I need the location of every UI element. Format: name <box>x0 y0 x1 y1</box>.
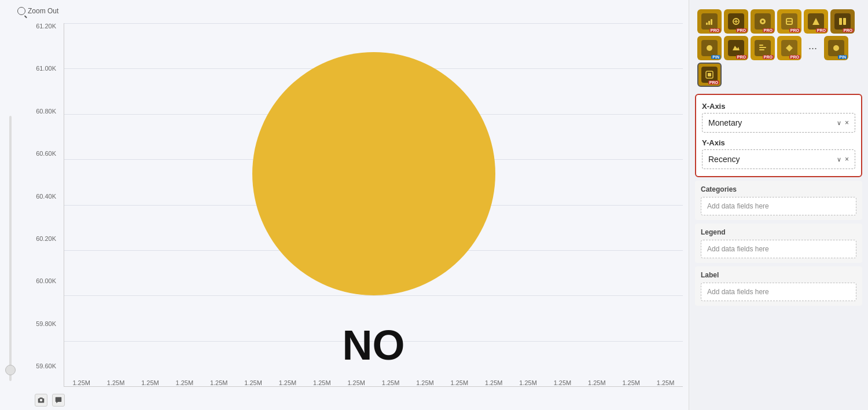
legend-section: Legend Add data fields here <box>695 224 862 263</box>
x-label-11: 1.25M <box>451 379 469 386</box>
y-axis-value: Recency <box>708 155 740 164</box>
x-label-8: 1.25M <box>347 379 365 386</box>
app-icon-7[interactable]: PIN <box>697 36 722 60</box>
y-axis-clear-icon[interactable]: × <box>845 155 849 163</box>
x-label-6: 1.25M <box>279 379 297 386</box>
y-label-5: 60.20K <box>29 236 56 242</box>
x-label-7: 1.25M <box>313 379 331 386</box>
label-placeholder: Add data fields here <box>707 288 769 296</box>
app-icon-3[interactable]: PRO <box>751 9 775 34</box>
vertical-slider[interactable] <box>5 116 16 381</box>
x-label-4: 1.25M <box>210 379 228 386</box>
bubble-label: NO <box>343 321 405 369</box>
grid-line-0 <box>64 23 683 24</box>
app-icon-5[interactable]: PRO <box>804 9 828 34</box>
svg-point-9 <box>707 45 712 51</box>
app-icon-8[interactable]: PRO <box>724 36 748 60</box>
x-label-0: 1.25M <box>72 379 90 386</box>
more-apps-button[interactable]: ··· <box>804 36 822 60</box>
x-axis-dropdown[interactable]: Monetary ∨ × <box>702 113 855 133</box>
y-axis-dropdown[interactable]: Recency ∨ × <box>702 149 855 169</box>
y-axis-label: Y-Axis <box>702 138 855 147</box>
y-label-0: 61.20K <box>29 23 56 30</box>
svg-rect-10 <box>759 47 766 48</box>
plot-area: NO 1.25M 1.25M 1.25M 1.25M 1.25M 1.25M 1… <box>64 23 683 387</box>
label-drop-zone[interactable]: Add data fields here <box>701 283 856 301</box>
x-axis: 1.25M 1.25M 1.25M 1.25M 1.25M 1.25M 1.25… <box>64 379 683 386</box>
y-axis-chevron-icon[interactable]: ∨ <box>837 156 841 163</box>
y-label-2: 60.80K <box>29 108 56 115</box>
svg-rect-0 <box>706 23 708 25</box>
svg-rect-7 <box>839 18 842 25</box>
y-axis: 61.20K 61.00K 60.80K 60.60K 60.40K 60.20… <box>29 23 61 369</box>
x-label-2: 1.25M <box>141 379 159 386</box>
grid-line-6 <box>64 295 683 296</box>
legend-placeholder: Add data fields here <box>707 245 769 253</box>
comment-icon[interactable] <box>52 394 65 407</box>
x-axis-value: Monetary <box>708 118 742 127</box>
categories-label: Categories <box>701 185 856 193</box>
x-label-1: 1.25M <box>107 379 125 386</box>
x-label-13: 1.25M <box>519 379 537 386</box>
y-label-4: 60.40K <box>29 193 56 200</box>
zoom-out-button[interactable]: Zoom Out <box>17 7 58 15</box>
zoom-icon <box>17 7 25 15</box>
x-label-15: 1.25M <box>588 379 606 386</box>
x-axis-chevron-icon[interactable]: ∨ <box>837 119 841 127</box>
app-icon-9[interactable]: PRO <box>751 36 775 60</box>
y-label-1: 61.00K <box>29 65 56 72</box>
app-icon-4[interactable]: PRO <box>777 9 801 34</box>
x-axis-section: X-Axis Monetary ∨ × <box>702 102 855 133</box>
camera-icon[interactable] <box>35 394 47 407</box>
x-label-16: 1.25M <box>622 379 640 386</box>
label-label: Label <box>701 271 856 279</box>
app-icon-12[interactable]: PRO <box>697 63 722 87</box>
right-panel: PRO PRO PRO <box>689 0 868 410</box>
x-label-10: 1.25M <box>416 379 434 386</box>
app-icon-6[interactable]: PRO <box>830 9 855 34</box>
y-label-3: 60.60K <box>29 151 56 157</box>
zoom-out-label: Zoom Out <box>28 7 58 15</box>
legend-label: Legend <box>701 228 856 236</box>
app-icon-1[interactable]: PRO <box>697 9 722 34</box>
app-icon-2[interactable]: PRO <box>724 9 748 34</box>
x-label-3: 1.25M <box>176 379 194 386</box>
x-label-14: 1.25M <box>554 379 572 386</box>
svg-rect-12 <box>759 45 763 46</box>
slider-thumb[interactable] <box>5 365 16 375</box>
categories-section: Categories Add data fields here <box>695 181 862 220</box>
x-axis-label: X-Axis <box>702 102 855 111</box>
y-label-6: 60.00K <box>29 278 56 284</box>
axis-config-panel: X-Axis Monetary ∨ × Y-Axis Recency ∨ × <box>695 94 862 177</box>
data-bubble <box>252 52 495 295</box>
y-axis-dropdown-controls: ∨ × <box>837 155 849 163</box>
x-label-5: 1.25M <box>244 379 262 386</box>
svg-point-5 <box>762 20 764 23</box>
app-icons-grid: PRO PRO PRO <box>695 6 862 90</box>
categories-placeholder: Add data fields here <box>707 202 769 210</box>
x-axis-clear-icon[interactable]: × <box>845 119 849 127</box>
x-label-17: 1.25M <box>657 379 675 386</box>
app-icon-11[interactable]: PIN <box>824 36 848 60</box>
y-axis-section: Y-Axis Recency ∨ × <box>702 138 855 169</box>
svg-rect-11 <box>759 49 764 50</box>
svg-point-13 <box>833 45 839 51</box>
y-label-7: 59.80K <box>29 321 56 327</box>
svg-rect-1 <box>708 21 710 25</box>
app-icon-10[interactable]: PRO <box>777 36 801 60</box>
chart-area: Zoom Out 61.20K 61.00K 60.80K 60.60K 60.… <box>0 0 689 410</box>
y-label-8: 59.60K <box>29 363 56 369</box>
bottom-toolbar <box>35 394 65 407</box>
x-label-9: 1.25M <box>382 379 400 386</box>
svg-rect-8 <box>843 18 846 25</box>
slider-track <box>9 116 12 381</box>
svg-rect-2 <box>711 19 712 25</box>
legend-drop-zone[interactable]: Add data fields here <box>701 240 856 258</box>
categories-drop-zone[interactable]: Add data fields here <box>701 197 856 215</box>
x-label-12: 1.25M <box>485 379 503 386</box>
chart-inner: 61.20K 61.00K 60.80K 60.60K 60.40K 60.20… <box>35 23 689 387</box>
svg-rect-15 <box>708 73 711 76</box>
label-section: Label Add data fields here <box>695 266 862 306</box>
x-axis-dropdown-controls: ∨ × <box>837 119 849 127</box>
